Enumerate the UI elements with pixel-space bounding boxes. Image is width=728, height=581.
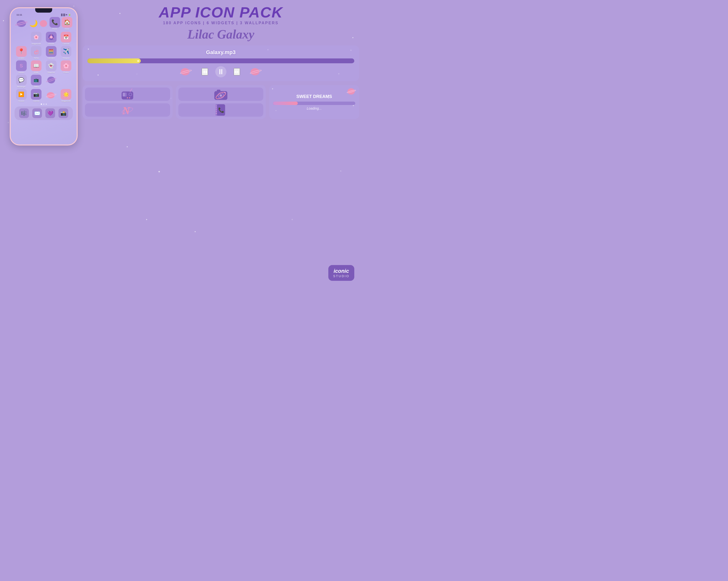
svg-point-13 <box>129 97 130 99</box>
app-dock: 🎼 ✉️ 💜 📸 <box>15 107 73 120</box>
app-calculator[interactable]: 🧮 Calculator <box>45 46 58 59</box>
app-planet <box>45 75 58 87</box>
dock-mail[interactable]: ✉️ <box>32 108 42 118</box>
app-widgetsmith[interactable]: 🌸 Widgetsmith <box>30 32 43 45</box>
svg-point-23 <box>224 92 226 93</box>
iconic-studio-badge: iconic STUDIO <box>328 265 354 281</box>
dock-shazam[interactable]: 🎼 <box>19 108 29 118</box>
right-panel: APP ICON PACK 180 APP ICONS | 6 WIDGETS … <box>82 5 359 286</box>
svg-rect-8 <box>124 93 125 96</box>
sweet-dreams-widget: ✦ ✧ ✦ SWEET DREAMS Loading... <box>269 85 359 119</box>
sweet-dreams-planet <box>346 87 356 95</box>
widget-col2: 📞 <box>176 85 266 119</box>
app-messenger[interactable]: 💬 Messenger <box>15 75 28 87</box>
saturn-decoration <box>15 19 28 28</box>
svg-rect-7 <box>124 93 124 96</box>
loading-bar-fill <box>273 102 298 105</box>
app-grid: 🌸 Widgetsmith <box>13 31 74 103</box>
planet-left <box>180 67 192 77</box>
svg-rect-9 <box>125 93 125 96</box>
svg-text:📞: 📞 <box>218 107 225 113</box>
pack-name: Lilac Galaxy <box>82 27 359 42</box>
app-shazam[interactable]: S Shazam <box>15 60 28 73</box>
app-photos[interactable]: 🌸 Photos <box>59 60 73 73</box>
widget-col1: N <box>82 85 173 119</box>
svg-point-28 <box>216 109 217 110</box>
svg-point-29 <box>216 111 217 112</box>
app-label-home: Home <box>65 28 70 30</box>
studio-label: STUDIO <box>333 274 349 278</box>
pack-title: APP ICON PACK <box>82 5 359 20</box>
status-bar: 11:11 ▐▐▐ ≋ 🔋 <box>13 12 74 17</box>
app-twitch[interactable]: 📺 Twitch <box>30 75 43 87</box>
app-snapchat[interactable]: 👻 Snapchat <box>45 60 58 73</box>
song-title: Galaxy.mp3 <box>87 49 354 56</box>
dock-instagram[interactable]: 📸 <box>58 108 68 118</box>
app-home[interactable]: 🏠 Home <box>62 17 72 30</box>
music-progress-bar[interactable]: ★ <box>87 58 354 63</box>
dock-heart[interactable]: 💜 <box>45 108 55 118</box>
widget-netflix: N <box>85 103 170 117</box>
app-tiktok[interactable]: TikTok <box>30 46 43 59</box>
svg-point-12 <box>127 97 128 99</box>
app-camera[interactable]: 📷 Camera <box>30 89 43 102</box>
svg-point-11 <box>129 93 132 95</box>
app-calendar[interactable]: 📅 Calendar <box>59 32 73 45</box>
music-progress-fill <box>87 58 141 63</box>
music-widget: ✦ ✧ ✦ ✧ Galaxy.mp3 ★ ⏮ ⏸ ⏭ <box>82 45 359 81</box>
app-youtube[interactable]: ▶️ Youtube <box>15 89 28 102</box>
pause-button[interactable]: ⏸ <box>215 66 227 77</box>
music-controls: ⏮ ⏸ ⏭ <box>87 66 354 77</box>
next-button[interactable]: ⏭ <box>234 68 240 76</box>
svg-rect-6 <box>123 93 124 96</box>
pack-subtitle: 180 APP ICONS | 6 WIDGETS | 3 WALLPAPERS <box>82 21 359 25</box>
pink-planet <box>39 19 48 28</box>
svg-point-2 <box>50 36 52 38</box>
phone-notch <box>35 8 52 12</box>
planet-right <box>250 67 262 77</box>
widget-camera <box>178 87 263 101</box>
svg-point-26 <box>216 106 217 107</box>
svg-line-4 <box>130 89 132 91</box>
app-kindle[interactable]: 📖 kindle <box>30 60 43 73</box>
page-dots <box>13 103 74 106</box>
loading-text: Loading... <box>307 107 322 110</box>
phone-mockup: 11:11 ▐▐▐ ≋ 🔋 🌙 <box>10 7 78 145</box>
signal-icons: ▐▐▐ ≋ 🔋 <box>60 13 71 16</box>
moon-decoration: 🌙 <box>29 19 38 27</box>
svg-point-27 <box>216 107 217 109</box>
time: 11:11 <box>17 13 22 16</box>
svg-point-30 <box>216 113 217 114</box>
app-phone[interactable]: 📞 Phone <box>50 17 60 30</box>
iconic-name: iconic <box>333 268 349 274</box>
widgets-row: N <box>82 85 359 119</box>
svg-point-20 <box>219 94 222 97</box>
app-label-phone: Phone <box>52 28 57 30</box>
loading-bar <box>273 102 355 105</box>
app-location[interactable]: 📍 Location <box>15 46 28 59</box>
widget-phonebook: 📞 <box>178 103 263 117</box>
progress-star: ★ <box>137 59 140 63</box>
widget-radio <box>85 87 170 101</box>
app-chrome[interactable]: Chrome <box>45 32 58 45</box>
svg-rect-22 <box>217 90 220 92</box>
sweet-dreams-title: SWEET DREAMS <box>296 94 332 99</box>
prev-button[interactable]: ⏮ <box>202 68 208 76</box>
app-widgetsmith2[interactable]: 🌟 Widgetsmith <box>59 89 73 102</box>
app-telegram[interactable]: ✈️ Telegram <box>59 46 73 59</box>
